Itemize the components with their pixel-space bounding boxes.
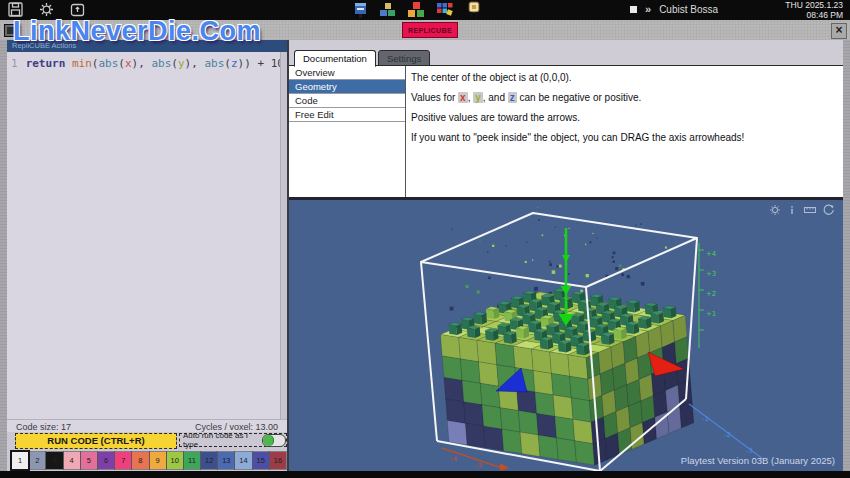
small-cube-face [486,309,494,319]
palette-swatch-3[interactable]: 3 [46,452,62,469]
code-token: z [231,57,238,70]
y-axis-label: +3 [706,270,716,278]
viewport-icons [769,204,835,216]
code-line[interactable]: 1return min(abs(x), abs(y), abs(z)) + 10 [11,57,284,70]
z-axis-label: -1 [702,415,709,423]
robot-app-icon[interactable] [465,1,483,19]
floating-voxel [621,273,624,276]
palette-swatch-16[interactable]: 16 [270,452,286,469]
palette-swatch-10[interactable]: 10 [167,452,183,469]
palette-swatch-5[interactable]: 5 [81,452,97,469]
screenshot-icon[interactable] [70,2,85,17]
floating-voxel [590,241,592,243]
palette-swatch-14[interactable]: 14 [235,452,251,469]
palette-swatch-4[interactable]: 4 [64,452,80,469]
small-cube-face [449,325,457,335]
palette-swatch-6[interactable]: 6 [98,452,114,469]
stop-icon[interactable] [630,6,637,13]
floating-voxel [559,265,562,268]
screen-bottom-strip [0,471,850,478]
voxel-left-cell [550,352,570,376]
floating-voxel [477,291,480,294]
sidebar-item-free-edit[interactable]: Free Edit [289,108,405,122]
taskbar-app-icons [352,1,483,19]
floating-voxel [641,282,645,286]
voxel-left-cell [441,335,461,359]
voxel-viewport[interactable]: +4+3+2+1-1-2-3-4-3 Playtest Version 03B … [289,200,843,471]
voxel-left-cell [533,371,553,395]
tiles-app-icon[interactable] [436,1,455,19]
window-body: RepliCUBE Actions 1return min(abs(x), ab… [0,40,850,471]
small-cube-face [516,328,524,338]
floating-voxel [556,265,558,267]
voxel-left-cell [500,408,520,432]
reset-view-icon[interactable] [822,204,835,216]
doc-paragraph: Values for x, y, and z can be negative o… [411,92,835,103]
window-title-tab[interactable]: REPLICUBE [402,22,458,38]
tab-documentation[interactable]: Documentation [294,50,376,67]
blocks-app-icon[interactable] [379,1,397,19]
axis-arrowhead-green[interactable] [562,255,570,262]
voxel-left-cell [460,359,480,383]
floating-voxel [569,228,570,229]
auto-run-label: Auto run code as I type [183,431,259,449]
palette-swatch-8[interactable]: 8 [132,452,148,469]
small-cube-face [638,319,646,329]
floating-voxel [555,227,556,228]
code-token: abs [204,57,224,70]
version-text: Playtest Version 03B (January 2025) [681,455,835,466]
run-code-button[interactable]: RUN CODE (CTRL+R) [15,433,177,449]
palette-swatch-12[interactable]: 12 [201,452,217,469]
editor-scrollbar[interactable] [280,52,287,419]
sidebar-item-code[interactable]: Code [289,94,405,108]
palette-swatch-15[interactable]: 15 [253,452,269,469]
palette-swatch-13[interactable]: 13 [218,452,234,469]
small-cube-face [474,314,482,324]
auto-run-toggle[interactable] [262,434,286,447]
sidebar-item-overview[interactable]: Overview [289,66,405,80]
floating-voxel [627,275,630,278]
info-icon[interactable] [786,204,798,216]
voxel-left-cell [480,383,500,407]
close-icon[interactable]: × [831,23,847,39]
floating-voxel [488,277,491,280]
palette-swatch-11[interactable]: 11 [184,452,200,469]
code-token: abs [151,57,171,70]
window-left-border [0,40,7,471]
mailbox-app-icon[interactable] [352,1,369,19]
floating-voxel [534,287,538,291]
floating-voxel [585,244,587,246]
settings-gear-icon[interactable] [39,2,54,17]
doc-text: If you want to "peek inside" the object,… [411,132,744,143]
voxel-left-cell [551,373,571,397]
code-token: , [191,57,204,70]
voxel-scene: +4+3+2+1-1-2-3-4-3 [289,200,843,471]
floating-voxel [492,245,494,247]
save-icon[interactable] [8,2,23,17]
doc-text: Positive values are toward the arrows. [411,112,580,123]
voxel-left-cell [513,346,533,370]
color-palette: 12345678910111213141516 [12,452,287,469]
display-settings-icon[interactable] [769,204,781,216]
floating-voxel [615,267,618,270]
z-axis-label: -3 [746,447,753,455]
sidebar-item-geometry[interactable]: Geometry [289,80,405,94]
code-editor[interactable]: 1return min(abs(x), abs(y), abs(z)) + 10 [7,52,287,419]
palette-swatch-1[interactable]: 1 [12,452,28,469]
voxel-left-cell [570,376,590,400]
doc-text: Values for [411,92,458,103]
voxel-left-cell [442,356,462,380]
voxel-left-cell [571,398,591,422]
palette-swatch-9[interactable]: 9 [150,452,166,469]
voxel-left-cell [484,426,504,450]
code-token: x [125,57,132,70]
cubes-app-icon[interactable] [407,1,426,19]
dimensions-icon[interactable] [803,204,817,216]
palette-swatch-7[interactable]: 7 [115,452,131,469]
voxel-left-cell [447,421,467,445]
palette-swatch-2[interactable]: 2 [29,452,45,469]
voxel-left-cell [459,337,479,361]
skip-icon[interactable]: » [645,3,651,15]
voxel-left-cell [537,414,557,438]
window-right-border[interactable] [843,40,850,471]
